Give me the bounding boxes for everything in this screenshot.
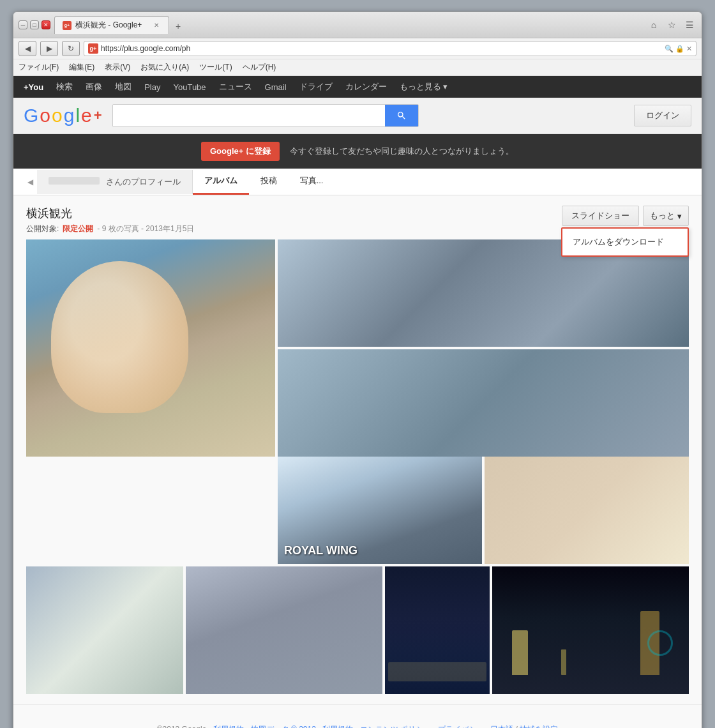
logo-g2: g bbox=[64, 105, 75, 126]
register-button[interactable]: Google+ に登録 bbox=[201, 142, 280, 161]
album-title: 横浜観光 bbox=[26, 206, 194, 221]
close-button[interactable]: ✕ bbox=[41, 20, 50, 29]
new-tab-button[interactable]: + bbox=[170, 19, 186, 34]
topnav-gmail[interactable]: Gmail bbox=[265, 82, 287, 92]
logo-plus: + bbox=[94, 107, 102, 124]
topnav-search[interactable]: 検索 bbox=[56, 81, 73, 93]
reload-button[interactable]: ↻ bbox=[62, 41, 80, 56]
tab-album[interactable]: アルバム bbox=[193, 169, 249, 195]
more-btn-label: もっと bbox=[650, 210, 675, 222]
footer-content-link[interactable]: コンテンツ ポリシー bbox=[360, 725, 431, 728]
back-button[interactable]: ◀ bbox=[19, 41, 36, 56]
settings-icon[interactable]: ☰ bbox=[682, 18, 696, 32]
photo-3[interactable] bbox=[278, 349, 689, 457]
footer-terms-link[interactable]: 利用規約 bbox=[213, 725, 244, 728]
search-input[interactable] bbox=[113, 105, 385, 126]
tab-title: 横浜観光 - Google+ bbox=[75, 20, 142, 31]
footer-region-link[interactable]: 地域を設定 bbox=[520, 725, 558, 728]
photo-1[interactable] bbox=[26, 239, 275, 457]
menu-help[interactable]: ヘルプ(H) bbox=[243, 62, 276, 73]
footer-privacy-link[interactable]: プライバシー bbox=[438, 725, 484, 728]
download-album-item[interactable]: アルバムをダウンロード bbox=[562, 231, 688, 253]
tab-photos[interactable]: 写真... bbox=[289, 169, 335, 195]
footer-terms2-link[interactable]: 利用規約 bbox=[322, 725, 353, 728]
tab-posts[interactable]: 投稿 bbox=[249, 169, 289, 195]
login-button[interactable]: ログイン bbox=[634, 105, 691, 126]
home-icon[interactable]: ⌂ bbox=[647, 18, 661, 32]
download-dropdown: アルバムをダウンロード bbox=[561, 227, 689, 257]
address-bar-icons: 🔍 🔒 ✕ bbox=[665, 45, 692, 53]
album-header: 横浜観光 公開対象: 限定公開 - 9 枚の写真 - 2013年1月5日 スライ… bbox=[26, 206, 689, 234]
address-text: https://plus.google.com/ph bbox=[101, 44, 662, 53]
address-bar[interactable]: g+ https://plus.google.com/ph 🔍 🔒 ✕ bbox=[84, 41, 696, 56]
active-tab[interactable]: g+ 横浜観光 - Google+ ✕ bbox=[54, 16, 169, 34]
minimize-button[interactable]: ─ bbox=[19, 20, 27, 29]
photo-4[interactable]: ROYAL WING bbox=[278, 457, 482, 564]
album-meta-value: 限定公開 bbox=[63, 224, 93, 234]
menu-tools[interactable]: ツール(T) bbox=[199, 62, 232, 73]
album-title-block: 横浜観光 公開対象: 限定公開 - 9 枚の写真 - 2013年1月5日 bbox=[26, 206, 194, 234]
gplus-footer: ©2013 Google - 利用規約 - 地図データ © 2013 · 利用規… bbox=[13, 704, 702, 728]
menu-edit[interactable]: 編集(E) bbox=[69, 62, 94, 73]
photo-7[interactable] bbox=[385, 566, 490, 694]
topnav-news[interactable]: ニュース bbox=[219, 81, 252, 93]
logo-e: e bbox=[81, 105, 92, 126]
search-magnifier-icon: 🔍 bbox=[665, 45, 674, 53]
footer-language-link[interactable]: 日本語 bbox=[490, 725, 513, 728]
registration-banner: Google+ に登録 今すぐ登録して友だちや同じ趣味の人とつながりましょう。 bbox=[13, 134, 702, 169]
album-meta-label: 公開対象: bbox=[26, 224, 59, 234]
forward-button[interactable]: ▶ bbox=[40, 41, 58, 56]
gplus-logo: G o o g l e + bbox=[24, 105, 102, 126]
main-content: ◀ さんのプロフィール アルバム 投稿 写真... 横浜観光 公開対象: 限定公… bbox=[13, 169, 702, 728]
topnav-images[interactable]: 画像 bbox=[86, 81, 102, 93]
album-meta-detail: - 9 枚の写真 - 2013年1月5日 bbox=[97, 224, 194, 234]
tab-close-button[interactable]: ✕ bbox=[152, 21, 161, 30]
lock-icon: 🔒 bbox=[675, 45, 684, 53]
profile-name-text bbox=[49, 177, 100, 185]
photo-5[interactable] bbox=[26, 566, 183, 694]
logo-l: l bbox=[75, 105, 80, 126]
title-bar-controls: ─ □ ✕ bbox=[19, 20, 50, 29]
slideshow-button[interactable]: スライドショー bbox=[562, 206, 639, 226]
address-bar-favicon: g+ bbox=[88, 43, 98, 54]
address-bar-row: ◀ ▶ ↻ g+ https://plus.google.com/ph 🔍 🔒 … bbox=[13, 38, 702, 59]
footer-copyright: ©2013 Google bbox=[157, 725, 207, 728]
photo-5[interactable] bbox=[485, 457, 689, 564]
album-meta: 公開対象: 限定公開 - 9 枚の写真 - 2013年1月5日 bbox=[26, 224, 194, 234]
close-address-icon: ✕ bbox=[686, 45, 692, 53]
menu-bar: ファイル(F) 編集(E) 表示(V) お気に入り(A) ツール(T) ヘルプ(… bbox=[13, 59, 702, 76]
profile-tab-label: さんのプロフィール bbox=[106, 177, 181, 186]
menu-view[interactable]: 表示(V) bbox=[105, 62, 130, 73]
menu-file[interactable]: ファイル(F) bbox=[19, 62, 59, 73]
topnav-you[interactable]: +You bbox=[24, 82, 43, 92]
browser-window: ─ □ ✕ g+ 横浜観光 - Google+ ✕ + ⌂ ☆ ☰ ◀ ▶ ↻ … bbox=[13, 11, 702, 728]
profile-name-tab[interactable]: さんのプロフィール bbox=[37, 170, 193, 194]
topnav-youtube[interactable]: YouTube bbox=[173, 82, 206, 92]
star-icon[interactable]: ☆ bbox=[665, 18, 679, 32]
album-section: 横浜観光 公開対象: 限定公開 - 9 枚の写真 - 2013年1月5日 スライ… bbox=[13, 195, 702, 704]
tab-favicon: g+ bbox=[63, 21, 72, 30]
photo-8[interactable] bbox=[492, 566, 689, 694]
photo-6[interactable] bbox=[186, 566, 382, 694]
topnav-calendar[interactable]: カレンダー bbox=[345, 81, 387, 93]
topnav-drive[interactable]: ドライブ bbox=[299, 81, 333, 93]
maximize-button[interactable]: □ bbox=[30, 20, 39, 29]
registration-text: 今すぐ登録して友だちや同じ趣味の人とつながりましょう。 bbox=[290, 146, 514, 157]
topnav-more[interactable]: もっと見る ▾ bbox=[400, 81, 448, 93]
logo-g: G bbox=[24, 105, 38, 126]
search-bar[interactable] bbox=[112, 104, 419, 127]
footer-maps-link[interactable]: 地図データ © 2013 bbox=[251, 725, 316, 728]
more-btn-arrow: ▾ bbox=[677, 211, 682, 221]
topnav-play[interactable]: Play bbox=[144, 82, 160, 92]
search-button[interactable] bbox=[385, 105, 418, 126]
profile-tab-arrow[interactable]: ◀ bbox=[24, 171, 37, 193]
topnav-maps[interactable]: 地図 bbox=[115, 81, 132, 93]
menu-favorites[interactable]: お気に入り(A) bbox=[140, 62, 189, 73]
gplus-header: G o o g l e + ログイン bbox=[13, 98, 702, 134]
album-actions: スライドショー もっと ▾ アルバムをダウンロード bbox=[562, 206, 689, 226]
logo-o1: o bbox=[40, 105, 50, 126]
search-icon bbox=[396, 110, 407, 121]
more-button[interactable]: もっと ▾ bbox=[643, 206, 689, 226]
logo-o2: o bbox=[52, 105, 63, 126]
profile-tabs: ◀ さんのプロフィール アルバム 投稿 写真... bbox=[13, 169, 702, 195]
